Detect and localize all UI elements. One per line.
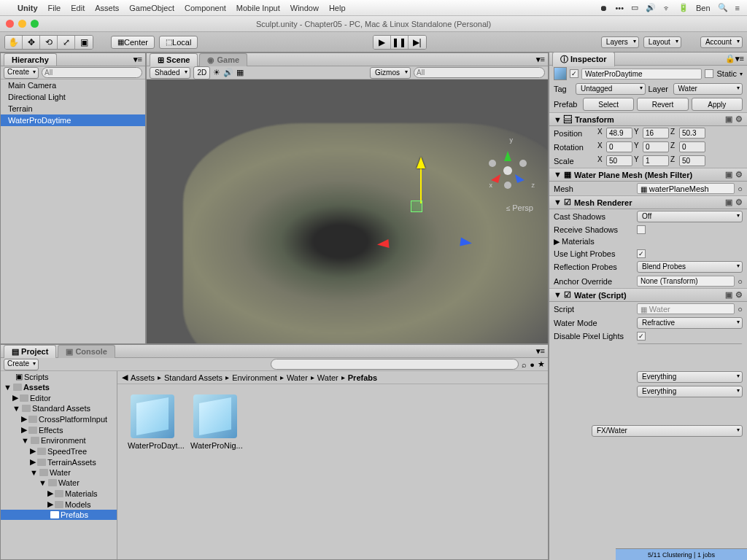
pivot-center-button[interactable]: ▦ Center: [111, 36, 155, 49]
light-probes-checkbox[interactable]: ✓: [637, 249, 646, 258]
menu-mobile-input[interactable]: Mobile Input: [236, 4, 280, 12]
lighting-icon[interactable]: ☀: [213, 68, 220, 77]
rot-y[interactable]: [643, 141, 669, 152]
scl-x[interactable]: [606, 155, 632, 166]
breadcrumb-item[interactable]: Environment: [232, 373, 277, 382]
hand-tool[interactable]: ✋: [5, 36, 23, 49]
close-button[interactable]: [6, 20, 14, 28]
pivot-local-button[interactable]: ⬚ Local: [159, 36, 198, 49]
recv-shadows-checkbox[interactable]: [637, 225, 646, 234]
menu-component[interactable]: Component: [185, 4, 226, 12]
project-create-button[interactable]: Create: [4, 359, 39, 370]
rot-x[interactable]: [606, 141, 632, 152]
disable-pixel-checkbox[interactable]: ✓: [637, 332, 646, 341]
wifi-icon[interactable]: ᯤ: [663, 4, 671, 12]
pos-y[interactable]: [643, 128, 669, 139]
gear-icon[interactable]: ⚙: [735, 114, 743, 124]
panel-menu-icon[interactable]: ▾≡: [735, 54, 744, 63]
filter-icon[interactable]: ⌕: [522, 360, 527, 369]
gear-icon[interactable]: ⚙: [735, 170, 743, 179]
gizmos-dropdown[interactable]: Gizmos: [370, 67, 411, 79]
scene-search[interactable]: [414, 67, 545, 78]
pos-x[interactable]: [606, 128, 632, 139]
filter-icon[interactable]: ●: [530, 360, 535, 369]
prefab-apply-button[interactable]: Apply: [692, 98, 743, 111]
tree-item-prefabs[interactable]: Prefabs: [1, 510, 117, 520]
shaded-dropdown[interactable]: Shaded: [150, 67, 190, 79]
help-icon[interactable]: ▣: [725, 198, 732, 207]
panel-menu-icon[interactable]: ▾≡: [536, 346, 545, 356]
2d-toggle[interactable]: 2D: [193, 66, 210, 79]
breadcrumb-item[interactable]: Water: [317, 373, 338, 382]
reflect-layers-dropdown[interactable]: Everything: [637, 371, 743, 383]
inspector-tab[interactable]: ⓘ Inspector: [552, 52, 615, 66]
menu-icon[interactable]: ≡: [735, 4, 740, 12]
hierarchy-item-terrain[interactable]: Terrain: [1, 103, 145, 114]
breadcrumb-back-icon[interactable]: ◀: [122, 373, 128, 382]
play-button[interactable]: ▶: [374, 36, 391, 49]
breadcrumb-item[interactable]: Water: [287, 373, 308, 382]
layer-dropdown[interactable]: Water: [673, 83, 743, 95]
scl-z[interactable]: [679, 155, 705, 166]
help-icon[interactable]: ▣: [725, 114, 732, 124]
menu-window[interactable]: Window: [290, 4, 319, 12]
panel-menu-icon[interactable]: ▾≡: [133, 55, 142, 64]
scale-tool[interactable]: ⤢: [58, 36, 75, 49]
game-tab[interactable]: ◉ Game: [199, 53, 247, 66]
asset-prefab-daytime[interactable]: WaterProDayt...: [128, 394, 177, 450]
rotate-tool[interactable]: ⟲: [40, 36, 58, 49]
menu-assets[interactable]: Assets: [95, 4, 119, 12]
hierarchy-tab[interactable]: Hierarchy: [4, 53, 57, 66]
transform-header[interactable]: ▼ ⿳ Transform▣ ⚙: [549, 112, 747, 126]
static-checkbox[interactable]: [705, 69, 713, 78]
hierarchy-item-camera[interactable]: Main Camera: [1, 79, 145, 91]
water-mode-dropdown[interactable]: Refractive: [637, 317, 743, 329]
spotlight-icon[interactable]: 🔍: [718, 3, 728, 12]
step-button[interactable]: ▶|: [409, 36, 426, 49]
hierarchy-item-water[interactable]: WaterProDaytime: [1, 114, 145, 126]
battery-icon[interactable]: 🔋: [678, 3, 689, 12]
pos-z[interactable]: [679, 128, 705, 139]
persp-label[interactable]: ≤ Persp: [506, 203, 533, 212]
rect-tool[interactable]: ▣: [75, 36, 93, 49]
display-icon[interactable]: ▭: [631, 3, 638, 12]
menu-edit[interactable]: Edit: [71, 4, 85, 12]
materials-foldout[interactable]: ▶ Materials: [554, 237, 595, 246]
mesh-field[interactable]: ▦ waterPlaneMesh: [637, 183, 735, 194]
object-picker-icon[interactable]: ○: [738, 277, 743, 286]
object-picker-icon[interactable]: ○: [738, 184, 743, 193]
volume-icon[interactable]: 🔊: [646, 3, 656, 12]
console-tab[interactable]: ▣ Console: [58, 345, 115, 358]
breadcrumb-item[interactable]: Prefabs: [348, 373, 377, 382]
object-picker-icon[interactable]: ○: [738, 305, 743, 314]
rot-z[interactable]: [679, 141, 705, 152]
menu-extras-icon[interactable]: •••: [615, 4, 624, 12]
cast-shadows-dropdown[interactable]: Off: [637, 211, 743, 222]
menu-gameobject[interactable]: GameObject: [129, 4, 174, 12]
panel-menu-icon[interactable]: ▾≡: [536, 55, 545, 64]
menu-file[interactable]: File: [48, 4, 61, 12]
hierarchy-item-light[interactable]: Directional Light: [1, 91, 145, 103]
script-field[interactable]: ▦ Water: [637, 303, 735, 314]
tag-dropdown[interactable]: Untagged: [576, 83, 646, 95]
menu-help[interactable]: Help: [329, 4, 346, 12]
zoom-button[interactable]: [31, 20, 39, 28]
help-icon[interactable]: ▣: [725, 170, 732, 179]
lock-icon[interactable]: 🔒: [725, 54, 735, 63]
asset-prefab-nighttime[interactable]: WaterProNig...: [190, 394, 240, 450]
gear-icon[interactable]: ⚙: [735, 290, 743, 300]
help-icon[interactable]: ▣: [725, 290, 732, 300]
refract-layers-dropdown[interactable]: Everything: [637, 386, 743, 397]
project-search[interactable]: [271, 359, 519, 370]
prefab-select-button[interactable]: Select: [583, 98, 634, 111]
user-name[interactable]: Ben: [696, 4, 711, 12]
account-dropdown[interactable]: Account: [700, 36, 743, 48]
gear-icon[interactable]: ⚙: [735, 198, 743, 207]
record-icon[interactable]: ⏺: [600, 4, 608, 12]
scl-y[interactable]: [643, 155, 669, 166]
project-tab[interactable]: ▤ Project: [4, 345, 56, 358]
gameobject-name-field[interactable]: [581, 69, 702, 79]
layers-dropdown[interactable]: Layers: [601, 36, 639, 48]
scene-tab[interactable]: ⊞ Scene: [150, 53, 198, 66]
filter-icon[interactable]: ★: [538, 359, 545, 369]
